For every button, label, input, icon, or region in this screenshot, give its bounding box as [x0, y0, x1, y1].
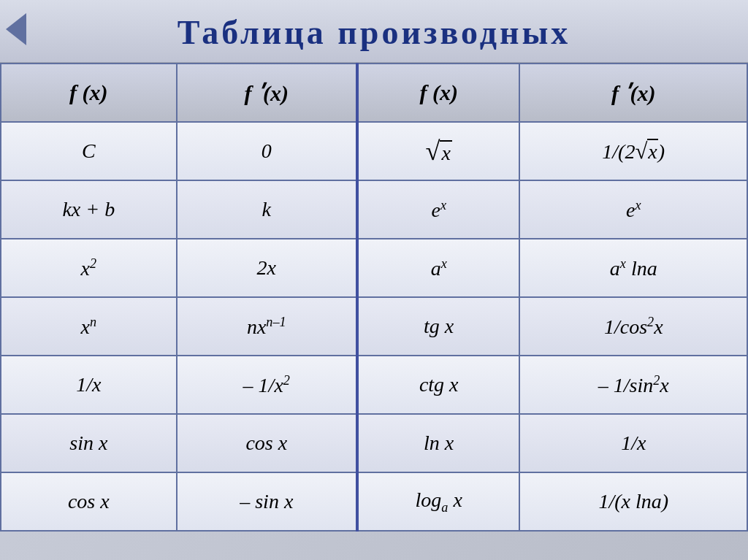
cell-7-1: cos x	[1, 472, 177, 531]
cell-6-4: 1/x	[519, 414, 747, 472]
cell-2-2: k	[177, 180, 357, 239]
cell-3-1: x2	[1, 239, 177, 297]
page-title: Таблица производных	[0, 13, 748, 52]
page: Таблица производных f (x) f ʹ(x) f (x) f…	[0, 0, 748, 560]
cell-2-3: ex	[357, 180, 520, 239]
header-col-1: f (x)	[1, 64, 177, 122]
cell-4-1: xn	[1, 297, 177, 356]
cell-1-1: C	[1, 122, 177, 180]
cell-6-2: cos x	[177, 414, 357, 472]
table-row: kx + b k ex ex	[1, 180, 747, 239]
cell-5-4: – 1/sin2x	[519, 356, 747, 414]
cell-1-3: √x	[357, 122, 520, 180]
table-row: cos x – sin x loga x 1/(x lna)	[1, 472, 747, 531]
cell-2-1: kx + b	[1, 180, 177, 239]
back-arrow-icon[interactable]	[6, 13, 26, 45]
cell-6-3: ln x	[357, 414, 520, 472]
table-header-row: f (x) f ʹ(x) f (x) f ʹ(x)	[1, 64, 747, 122]
cell-4-4: 1/cos2x	[519, 297, 747, 356]
table-row: sin x cos x ln x 1/x	[1, 414, 747, 472]
cell-5-2: – 1/x2	[177, 356, 357, 414]
table-row: x2 2x ax ax lna	[1, 239, 747, 297]
cell-1-2: 0	[177, 122, 357, 180]
title-area: Таблица производных	[0, 0, 748, 63]
cell-1-4: 1/(2√x)	[519, 122, 747, 180]
table-row: 1/x – 1/x2 ctg x – 1/sin2x	[1, 356, 747, 414]
cell-3-4: ax lna	[519, 239, 747, 297]
derivatives-table-container: f (x) f ʹ(x) f (x) f ʹ(x) C 0 √x	[0, 63, 748, 560]
table-row: xn nxn–1 tg x 1/cos2x	[1, 297, 747, 356]
cell-5-1: 1/x	[1, 356, 177, 414]
table-row: C 0 √x 1/(2√x)	[1, 122, 747, 180]
cell-7-4: 1/(x lna)	[519, 472, 747, 531]
cell-7-3: loga x	[357, 472, 520, 531]
cell-5-3: ctg x	[357, 356, 520, 414]
header-col-2: f ʹ(x)	[177, 64, 357, 122]
header-col-4: f ʹ(x)	[519, 64, 747, 122]
cell-7-2: – sin x	[177, 472, 357, 531]
cell-6-1: sin x	[1, 414, 177, 472]
cell-4-2: nxn–1	[177, 297, 357, 356]
cell-4-3: tg x	[357, 297, 520, 356]
cell-2-4: ex	[519, 180, 747, 239]
header-col-3: f (x)	[357, 64, 520, 122]
cell-3-3: ax	[357, 239, 520, 297]
derivatives-table: f (x) f ʹ(x) f (x) f ʹ(x) C 0 √x	[0, 63, 748, 532]
cell-3-2: 2x	[177, 239, 357, 297]
